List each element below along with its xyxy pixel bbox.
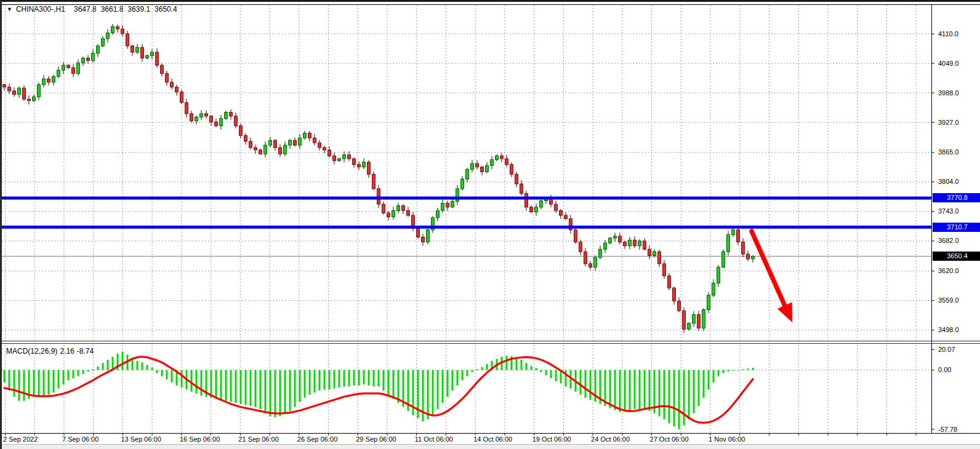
current-price-badge: 3650.4: [933, 252, 980, 261]
time-axis-label: 13 Sep 06:00: [121, 435, 161, 443]
time-axis-label: 29 Sep 06:00: [356, 435, 396, 443]
price-axis-label: 3865.0: [938, 148, 959, 156]
time-axis-label: 11 Oct 06:00: [415, 435, 453, 443]
trend-arrow[interactable]: [752, 231, 792, 322]
price-axis-label: 3743.0: [938, 207, 959, 215]
ohlc-low: 3639.1: [127, 5, 150, 14]
candles-layer: [3, 24, 755, 333]
time-axis-label: 2 Sep 2022: [3, 435, 38, 443]
indicator-name: MACD(12,26,9): [6, 347, 57, 356]
macd-signal-line: [4, 357, 753, 423]
ohlc-high: 3661.8: [101, 5, 124, 14]
price-axis-label: 4110.0: [938, 30, 958, 38]
ohlc-close: 3650.4: [155, 5, 177, 14]
price-axis-label: 3988.0: [938, 89, 959, 97]
chart-canvas[interactable]: [2, 2, 980, 449]
indicator-main-value: 2.16: [60, 347, 74, 356]
symbol-period-label: CHINA300-,H1: [16, 5, 65, 14]
price-axis-label: 3498.0: [938, 326, 959, 334]
time-axis-label: 1 Nov 06:00: [709, 435, 745, 443]
window-bottom-strip: [2, 444, 980, 449]
hline-price-badge: 3770.8: [933, 193, 980, 202]
symbol-dropdown-icon[interactable]: ▼: [7, 6, 12, 12]
indicator-axis-label: 0.00: [938, 366, 951, 374]
price-axis-label: 3804.0: [938, 178, 959, 186]
time-axis-label: 19 Oct 06:00: [532, 435, 571, 443]
time-axis-label: 14 Oct 06:00: [473, 435, 512, 443]
time-axis-label: 26 Sep 06:00: [297, 435, 337, 443]
hline-price-badge: 3710.7: [933, 223, 980, 232]
macd-histogram: [4, 352, 754, 429]
price-axis-label: 4049.0: [938, 60, 959, 68]
price-axis-label: 3927.0: [938, 119, 959, 127]
indicator-signal-value: -8.74: [77, 347, 94, 356]
price-axis-label: 3682.0: [938, 237, 959, 245]
trading-chart-window: ▼CHINA300-,H13647.83661.83639.13650.4 MA…: [0, 0, 980, 449]
time-axis-label: 16 Sep 06:00: [180, 435, 220, 443]
price-axis-label: 3620.0: [938, 267, 959, 275]
price-axis-label: 3559.0: [938, 296, 959, 304]
indicator-axis-label: -57.78: [938, 426, 957, 434]
ohlc-open: 3647.8: [74, 5, 97, 14]
indicator-axis-label: 20.07: [938, 346, 955, 354]
time-axis-label: 24 Oct 06:00: [591, 435, 630, 443]
time-axis-label: 7 Sep 06:00: [62, 435, 98, 443]
chart-title: ▼CHINA300-,H13647.83661.83639.13650.4: [7, 5, 177, 14]
indicator-label: MACD(12,26,9)2.16-8.74: [6, 347, 96, 356]
time-axis-label: 27 Oct 06:00: [650, 435, 689, 443]
time-axis-label: 21 Sep 06:00: [238, 435, 278, 443]
